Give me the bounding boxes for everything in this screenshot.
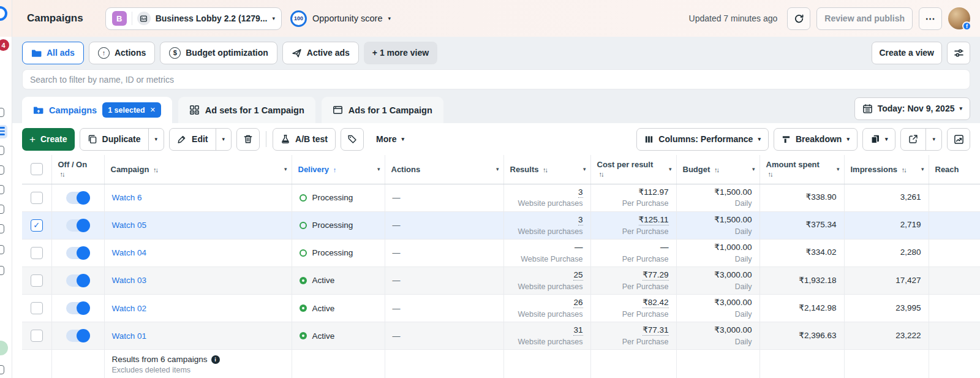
nav-icon[interactable]: [0, 146, 4, 155]
breakdown-button[interactable]: Breakdown ▾: [774, 128, 858, 151]
delivery-status-icon: [300, 222, 307, 229]
more-actions-button[interactable]: More ▾: [369, 128, 412, 151]
clear-selection-icon[interactable]: ✕: [150, 106, 156, 114]
view-settings-button[interactable]: [947, 42, 970, 64]
column-header-off-on[interactable]: Off / On ↑↓: [51, 155, 104, 184]
view-pill-actions[interactable]: ↑ Actions: [89, 42, 155, 64]
notification-badge[interactable]: 4: [0, 39, 9, 51]
campaign-link[interactable]: Watch 03: [112, 276, 147, 285]
campaign-link[interactable]: Watch 05: [112, 221, 147, 230]
edit-button[interactable]: Edit: [170, 129, 215, 150]
campaign-link[interactable]: Watch 04: [112, 248, 147, 257]
nav-icon[interactable]: [0, 245, 4, 254]
create-a-view-button[interactable]: Create a view: [872, 42, 943, 64]
search-input[interactable]: [22, 69, 970, 89]
chevron-down-icon[interactable]: ▾: [921, 166, 924, 172]
meta-logo-icon[interactable]: [0, 6, 7, 21]
column-header-amount-spent[interactable]: Amount spent ↑↓ ▾: [760, 155, 844, 184]
tab-ad-sets[interactable]: Ad sets for 1 Campaign: [178, 97, 315, 123]
tab-campaigns[interactable]: Campaigns 1 selected ✕: [22, 97, 172, 123]
chevron-down-icon[interactable]: ▾: [669, 166, 672, 172]
column-header-delivery[interactable]: Delivery ↑ ▾: [292, 155, 385, 184]
select-all-checkbox[interactable]: [31, 163, 43, 175]
chevron-down-icon[interactable]: ▾: [377, 166, 380, 172]
row-checkbox[interactable]: [31, 274, 43, 287]
campaign-link[interactable]: Watch 6: [112, 193, 142, 202]
campaign-toggle[interactable]: [66, 274, 89, 287]
charts-button[interactable]: [947, 128, 970, 151]
campaign-toggle[interactable]: [66, 192, 89, 204]
sort-icon[interactable]: ↑↓: [543, 166, 547, 173]
duplicate-button[interactable]: Duplicate: [80, 129, 148, 150]
export-menu-button[interactable]: ▾: [925, 129, 941, 150]
row-checkbox[interactable]: ✓: [31, 219, 43, 232]
date-range-selector[interactable]: Today: Nov 9, 2025 ▾: [854, 97, 970, 120]
nav-icon[interactable]: [0, 165, 4, 175]
sort-icon[interactable]: ↑↓: [902, 166, 906, 173]
chevron-down-icon[interactable]: ▾: [752, 166, 755, 172]
export-button[interactable]: [901, 129, 925, 150]
create-button[interactable]: + Create: [22, 128, 75, 151]
column-header-budget[interactable]: Budget ↑↓ ▾: [676, 155, 760, 184]
nav-icon[interactable]: [0, 185, 4, 194]
avatar-partial[interactable]: [0, 341, 8, 355]
nav-icon[interactable]: [0, 365, 4, 374]
campaign-link[interactable]: Watch 01: [112, 331, 147, 341]
opportunity-score[interactable]: 100 Opportunity score ▾: [290, 10, 391, 27]
nav-icon[interactable]: [0, 224, 4, 233]
reports-button[interactable]: ▾: [862, 128, 896, 151]
divider: [266, 131, 266, 147]
more-views-button[interactable]: + 1 more view: [364, 42, 437, 64]
nav-icon[interactable]: [0, 205, 4, 214]
view-pill-active-ads[interactable]: Active ads: [282, 42, 359, 64]
column-header-cost-per-result[interactable]: Cost per result ↑↓ ▾: [590, 155, 676, 184]
refresh-button[interactable]: [787, 7, 810, 30]
column-header-reach[interactable]: Reach: [929, 155, 980, 184]
sort-icon[interactable]: ↑↓: [714, 166, 718, 173]
column-header-results[interactable]: Results ↑↓ ▾: [503, 155, 590, 184]
chevron-down-icon[interactable]: ▾: [583, 166, 586, 172]
duplicate-menu-button[interactable]: ▾: [148, 129, 164, 150]
tab-ads[interactable]: Ads for 1 Campaign: [322, 97, 443, 123]
sort-icon[interactable]: ↑↓: [768, 170, 772, 178]
ab-test-button[interactable]: A/B test: [273, 128, 336, 151]
campaign-toggle[interactable]: [66, 302, 89, 314]
view-pill-budget-optimization[interactable]: $ Budget optimization: [160, 42, 277, 64]
column-header-actions[interactable]: Actions ▾: [385, 155, 503, 184]
chevron-down-icon[interactable]: ▾: [837, 166, 840, 172]
nav-icon-active[interactable]: [0, 125, 7, 138]
export-icon: [908, 134, 918, 144]
selected-count-badge[interactable]: 1 selected ✕: [102, 102, 161, 118]
nav-icon[interactable]: [0, 266, 4, 275]
chevron-down-icon[interactable]: ▾: [496, 166, 499, 172]
column-header-impressions[interactable]: Impressions ↑↓ ▾: [844, 155, 929, 184]
row-checkbox[interactable]: [31, 330, 43, 342]
more-options-button[interactable]: ⋯: [919, 7, 942, 30]
row-actions: —: [393, 304, 401, 313]
row-checkbox[interactable]: [31, 247, 43, 259]
delivery-status: Processing: [312, 221, 353, 230]
sort-icon[interactable]: ↑↓: [60, 170, 64, 178]
sort-up-icon[interactable]: ↑: [333, 166, 336, 173]
account-selector[interactable]: B Business Lobby 2.2 (1279... ▾: [105, 7, 282, 30]
edit-menu-button[interactable]: ▾: [216, 129, 232, 150]
chevron-down-icon[interactable]: ▾: [284, 166, 287, 172]
row-checkbox[interactable]: [31, 192, 43, 204]
nav-icon[interactable]: [0, 108, 4, 117]
sort-icon[interactable]: ↑↓: [153, 166, 157, 173]
delete-button[interactable]: [236, 128, 260, 151]
sort-icon[interactable]: ↑↓: [599, 170, 603, 178]
columns-selector-button[interactable]: Columns: Performance ▾: [636, 128, 769, 151]
info-icon[interactable]: i: [211, 355, 220, 364]
campaign-toggle[interactable]: [66, 247, 89, 259]
campaign-toggle[interactable]: [66, 330, 89, 342]
row-checkbox[interactable]: [31, 302, 43, 314]
amount-spent-value: ₹375.34: [767, 219, 837, 231]
campaign-toggle[interactable]: [66, 219, 89, 232]
review-and-publish-button[interactable]: Review and publish: [816, 7, 913, 30]
campaign-link[interactable]: Watch 02: [112, 304, 147, 313]
user-avatar[interactable]: f: [948, 7, 970, 29]
column-header-campaign[interactable]: Campaign ↑↓ ▾: [104, 155, 292, 184]
view-pill-all-ads[interactable]: All ads: [22, 42, 84, 64]
tag-button[interactable]: [341, 128, 364, 151]
